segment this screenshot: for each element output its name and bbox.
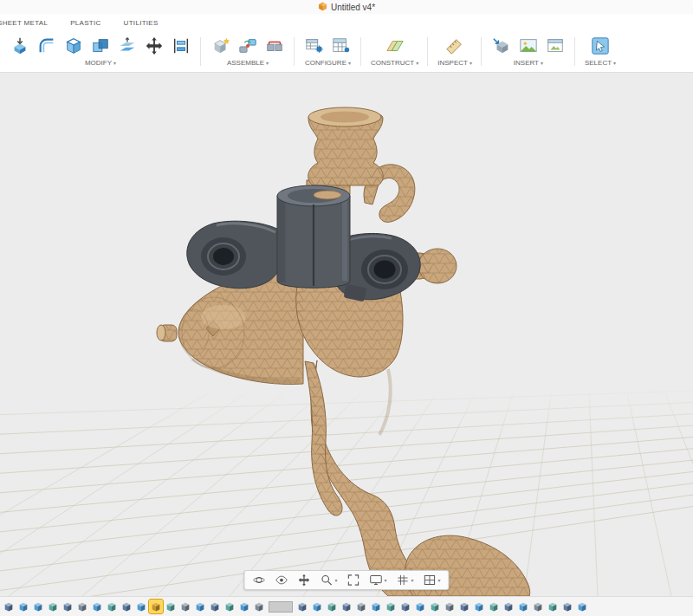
timeline-feature[interactable] (61, 600, 74, 613)
timeline-feature[interactable] (295, 600, 309, 613)
timeline-feature[interactable] (428, 600, 442, 613)
joint-button[interactable] (237, 36, 258, 56)
toolbar-group-label[interactable]: INSPECT▾ (437, 59, 472, 67)
toolbar-group-label[interactable]: CONSTRUCT▾ (371, 59, 418, 67)
timeline-feature-selected[interactable] (149, 600, 163, 613)
document-cube-icon (318, 0, 327, 15)
joint-icon (238, 36, 257, 55)
chevron-down-icon: ▾ (438, 578, 441, 583)
toolbar-icon-row (304, 33, 352, 58)
timeline-feature[interactable] (46, 600, 60, 613)
fillet-icon (37, 36, 56, 55)
scene-canvas (0, 73, 693, 596)
toolbar-group-label-text: CONFIGURE (305, 59, 346, 67)
timeline-feature[interactable] (193, 600, 207, 613)
toolbar-group-label[interactable]: CONFIGURE▾ (305, 59, 351, 67)
timeline-feature[interactable] (325, 600, 339, 613)
tab-utilities[interactable]: UTILITIES (113, 16, 170, 30)
shell-button[interactable] (63, 36, 84, 56)
timeline-feature[interactable] (16, 600, 30, 613)
offset-face-button[interactable] (117, 36, 138, 56)
measure-button[interactable] (444, 36, 465, 56)
timeline-feature[interactable] (252, 600, 266, 613)
combine-button[interactable] (90, 36, 111, 56)
timeline-group-bar[interactable] (269, 601, 293, 613)
timeline-feature[interactable] (75, 600, 89, 613)
configure-button[interactable] (304, 36, 325, 56)
timeline-feature[interactable] (310, 600, 324, 613)
timeline-feature[interactable] (105, 600, 119, 613)
timeline-feature[interactable] (2, 600, 16, 613)
timeline-feature[interactable] (178, 600, 192, 613)
chevron-down-icon: ▾ (613, 61, 616, 66)
rigid-group-button[interactable] (264, 36, 285, 56)
press-pull-icon (10, 36, 29, 55)
timeline-feature[interactable] (487, 600, 501, 613)
tab-sheet-metal[interactable]: SHEET METAL (0, 16, 59, 30)
timeline-feature[interactable] (164, 600, 178, 613)
configuration-table-button[interactable] (331, 36, 352, 56)
select-icon (591, 36, 610, 55)
timeline-feature[interactable] (546, 600, 560, 613)
scanned-mesh-model[interactable] (157, 107, 530, 596)
timeline-feature[interactable] (120, 600, 133, 613)
canvas-button[interactable] (545, 36, 566, 56)
insert-mesh-button[interactable] (491, 36, 512, 56)
construction-plane-button[interactable] (385, 36, 405, 56)
timeline-feature[interactable] (134, 600, 148, 613)
timeline-feature[interactable] (472, 600, 486, 613)
tab-plastic[interactable]: PLASTIC (59, 16, 112, 30)
toolbar-group-inspect: INSPECT▾ (428, 31, 482, 72)
timeline-feature[interactable] (340, 600, 353, 613)
timeline-feature[interactable] (531, 600, 545, 613)
timeline-feature[interactable] (369, 600, 383, 613)
timeline-feature[interactable] (31, 600, 45, 613)
fit-button[interactable] (346, 573, 360, 587)
fillet-button[interactable] (36, 36, 57, 56)
measure-icon (445, 36, 464, 55)
timeline-feature[interactable] (384, 600, 398, 613)
timeline-feature[interactable] (398, 600, 412, 613)
look-at-button[interactable] (274, 573, 288, 587)
timeline-feature[interactable] (575, 600, 589, 613)
chevron-down-icon: ▾ (470, 61, 472, 66)
grid-settings-icon (397, 574, 410, 587)
timeline-feature[interactable] (560, 600, 574, 613)
timeline-feature[interactable] (90, 600, 104, 613)
timeline-feature[interactable] (502, 600, 515, 613)
timeline-feature[interactable] (208, 600, 222, 613)
viewports-button[interactable]: ▾ (423, 573, 442, 587)
timeline-feature[interactable] (516, 600, 530, 613)
toolbar-group-label[interactable]: MODIFY▾ (85, 59, 116, 67)
clamp-cad-part[interactable] (187, 185, 420, 302)
canvas-icon (546, 36, 565, 55)
align-button[interactable] (171, 36, 191, 56)
toolbar-group-label[interactable]: SELECT▾ (585, 59, 616, 67)
orbit-button[interactable] (251, 573, 266, 587)
toolbar-group-label[interactable]: INSERT▾ (514, 59, 543, 67)
timeline-feature[interactable] (413, 600, 427, 613)
decal-button[interactable] (518, 36, 539, 56)
new-component-button[interactable] (210, 36, 231, 56)
move-copy-button[interactable] (144, 36, 165, 56)
chevron-down-icon: ▾ (266, 61, 269, 66)
timeline-feature[interactable] (354, 600, 368, 613)
press-pull-button[interactable] (10, 36, 30, 56)
zoom-button[interactable]: ▾ (319, 573, 338, 587)
toolbar-icon-row (444, 33, 465, 58)
select-button[interactable] (590, 36, 611, 56)
toolbar-group-label[interactable]: ASSEMBLE▾ (227, 59, 269, 67)
grid-settings-button[interactable]: ▾ (396, 573, 415, 587)
toolbar-group-label-text: CONSTRUCT (371, 59, 414, 67)
pan-button[interactable] (296, 573, 311, 587)
display-settings-button[interactable]: ▾ (368, 573, 387, 587)
align-icon (172, 36, 191, 55)
timeline-feature[interactable] (457, 600, 471, 613)
fit-icon (346, 574, 359, 587)
toolbar-group-label-text: SELECT (585, 59, 612, 67)
timeline-feature[interactable] (223, 600, 236, 613)
toolbar-icon-row (385, 33, 405, 58)
viewport-3d[interactable]: ▾▾▾▾ (0, 73, 693, 596)
timeline-feature[interactable] (443, 600, 457, 613)
timeline-feature[interactable] (237, 600, 251, 613)
